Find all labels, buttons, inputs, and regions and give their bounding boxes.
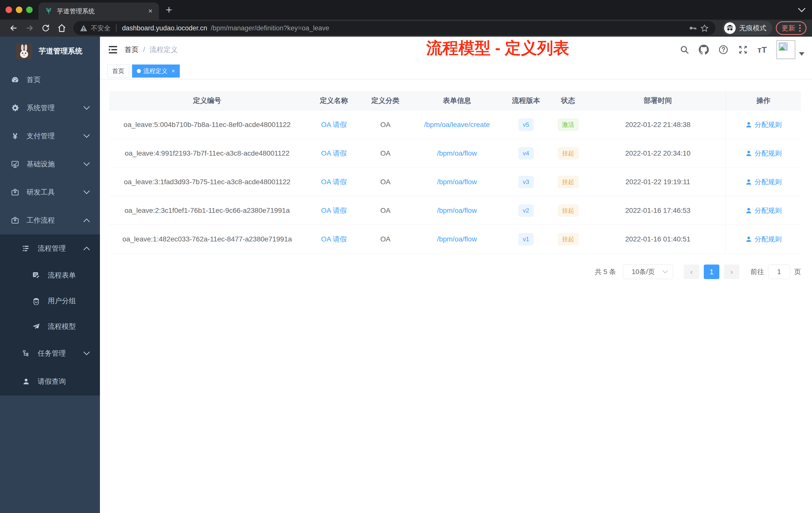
reload-icon[interactable]	[38, 24, 54, 32]
assign-rule-link[interactable]: 分配规则	[745, 120, 782, 129]
sidebar-item-home[interactable]: 首页	[0, 66, 100, 94]
tag-close-icon[interactable]: ×	[172, 67, 175, 74]
search-icon[interactable]	[680, 45, 689, 55]
tab-title: 芋道管理系统	[57, 7, 144, 15]
sidebar-item-process-form[interactable]: 流程表单	[0, 263, 100, 288]
prev-page-button[interactable]: ‹	[684, 265, 699, 279]
navbar: 首页 / 流程定义 流程模型 - 定义列表 ᴛT	[100, 37, 812, 63]
definition-category: OA	[363, 225, 408, 253]
tab-close-icon[interactable]: ×	[148, 7, 152, 15]
tag-process-definition[interactable]: 流程定义 ×	[132, 64, 180, 78]
sidebar-item-workflow[interactable]: 工作流程	[0, 206, 100, 234]
status-badge: 挂起	[558, 233, 579, 245]
warning-icon[interactable]	[80, 25, 87, 32]
assign-rule-link[interactable]: 分配规则	[745, 177, 782, 186]
table-row: oa_leave:5:004b710b-7b8a-11ec-8ef0-acde4…	[109, 111, 801, 139]
definition-table: 定义编号 定义名称 定义分类 表单信息 流程版本 状态 部署时间 操作 oa_l…	[109, 91, 801, 253]
sidebar-item-infrastructure[interactable]: 基础设施	[0, 150, 100, 178]
url-divider	[116, 24, 116, 32]
assign-rule-link[interactable]: 分配规则	[745, 206, 782, 215]
help-icon[interactable]	[718, 45, 728, 55]
user-avatar[interactable]	[776, 40, 805, 59]
yen-icon: ¥	[10, 131, 20, 141]
back-icon[interactable]	[5, 24, 22, 33]
sidebar-item-task-management[interactable]: 任务管理	[0, 339, 100, 367]
update-label[interactable]: 更新	[782, 24, 795, 33]
minimize-window-button[interactable]	[16, 6, 22, 13]
monitor-icon	[10, 160, 20, 169]
tab-search-chevron-icon[interactable]	[798, 7, 806, 12]
sidebar-item-devtools[interactable]: 研发工具	[0, 178, 100, 206]
toolbox-icon	[10, 188, 20, 197]
definition-id: oa_leave:1:482ec033-762a-11ec-8477-a2380…	[109, 225, 305, 253]
form-link[interactable]: /bpm/oa/flow	[437, 235, 477, 243]
star-icon[interactable]	[700, 24, 709, 32]
url-host[interactable]: dashboard.yudao.iocoder.cn	[122, 24, 207, 32]
definition-name-link[interactable]: OA 请假	[321, 206, 347, 215]
form-link[interactable]: /bpm/oa/flow	[437, 178, 477, 186]
kebab-menu-icon[interactable]	[799, 25, 801, 32]
goto-page-input[interactable]: 1	[768, 265, 790, 279]
definition-name-link[interactable]: OA 请假	[321, 120, 347, 129]
forward-icon[interactable]	[22, 24, 38, 33]
hamburger-icon[interactable]	[108, 45, 118, 54]
definition-name-link[interactable]: OA 请假	[321, 149, 347, 158]
window-controls[interactable]	[5, 6, 33, 13]
close-window-button[interactable]	[5, 6, 12, 13]
key-icon[interactable]	[688, 24, 697, 32]
caret-down-icon[interactable]	[799, 52, 805, 56]
app-logo[interactable]: 芋道管理系统	[0, 37, 100, 66]
sidebar-item-label: 任务管理	[38, 349, 66, 358]
update-button[interactable]: 更新	[776, 21, 807, 35]
home-icon[interactable]	[54, 24, 70, 33]
page-size-select[interactable]: 10条/页	[623, 265, 673, 279]
sidebar-item-label: 系统管理	[27, 103, 55, 113]
assign-rule-link[interactable]: 分配规则	[745, 235, 782, 244]
active-dot	[137, 69, 141, 73]
fullscreen-icon[interactable]	[738, 45, 748, 55]
sidebar-item-label: 流程管理	[38, 244, 66, 253]
maximize-window-button[interactable]	[26, 6, 33, 13]
status-badge: 挂起	[558, 205, 579, 217]
col-deploy-time: 部署时间	[590, 91, 726, 110]
security-label[interactable]: 不安全	[91, 24, 111, 33]
definition-category: OA	[363, 139, 408, 168]
chevron-down-icon	[83, 162, 90, 166]
url-path[interactable]: /bpm/manager/definition?key=oa_leave	[211, 24, 329, 32]
form-link[interactable]: /bpm/oa/flow	[437, 207, 477, 215]
sidebar-item-process-management[interactable]: 流程管理	[0, 234, 100, 263]
chevron-down-icon	[83, 351, 90, 355]
deploy-time: 2022-01-22 19:19:11	[590, 168, 726, 196]
workflow-submenu: 流程管理 流程表单 用户分组 流程模型 任务管理	[0, 234, 100, 396]
new-tab-button[interactable]: +	[166, 3, 172, 16]
assign-rule-link[interactable]: 分配规则	[745, 149, 782, 158]
github-icon[interactable]	[699, 45, 709, 55]
definition-id: oa_leave:2:3c1f0ef1-76b1-11ec-9c66-a2380…	[109, 196, 305, 224]
total-count: 共 5 条	[595, 267, 616, 276]
sidebar-item-payment[interactable]: ¥ 支付管理	[0, 122, 100, 150]
sidebar-item-leave-query[interactable]: 请假查询	[0, 367, 100, 396]
next-page-button[interactable]: ›	[724, 265, 740, 279]
breadcrumb-home[interactable]: 首页	[124, 45, 139, 55]
incognito-icon	[724, 22, 736, 34]
sidebar-item-label: 基础设施	[27, 159, 55, 169]
col-definition-id: 定义编号	[109, 91, 305, 110]
navbar-actions: ᴛT	[680, 40, 805, 59]
definition-name-link[interactable]: OA 请假	[321, 234, 347, 244]
definition-name-link[interactable]: OA 请假	[321, 177, 347, 187]
logo-avatar	[16, 43, 32, 59]
sidebar-item-system[interactable]: 系统管理	[0, 94, 100, 122]
version-badge: v1	[519, 233, 533, 245]
paper-plane-icon	[32, 323, 41, 331]
sidebar-item-process-model[interactable]: 流程模型	[0, 314, 100, 339]
browser-tab[interactable]: 芋道管理系统 ×	[38, 2, 159, 20]
col-status: 状态	[546, 91, 590, 110]
tag-home[interactable]: 首页	[108, 64, 129, 78]
form-link[interactable]: /bpm/oa/flow	[437, 149, 477, 157]
current-page-button[interactable]: 1	[704, 265, 719, 279]
sidebar-item-user-group[interactable]: 用户分组	[0, 288, 100, 314]
form-link[interactable]: /bpm/oa/leave/create	[424, 121, 490, 129]
address-bar[interactable]: 不安全 dashboard.yudao.iocoder.cn/bpm/manag…	[73, 21, 715, 35]
deploy-time: 2022-01-22 20:34:10	[590, 139, 726, 168]
font-size-icon[interactable]: ᴛT	[757, 45, 767, 55]
